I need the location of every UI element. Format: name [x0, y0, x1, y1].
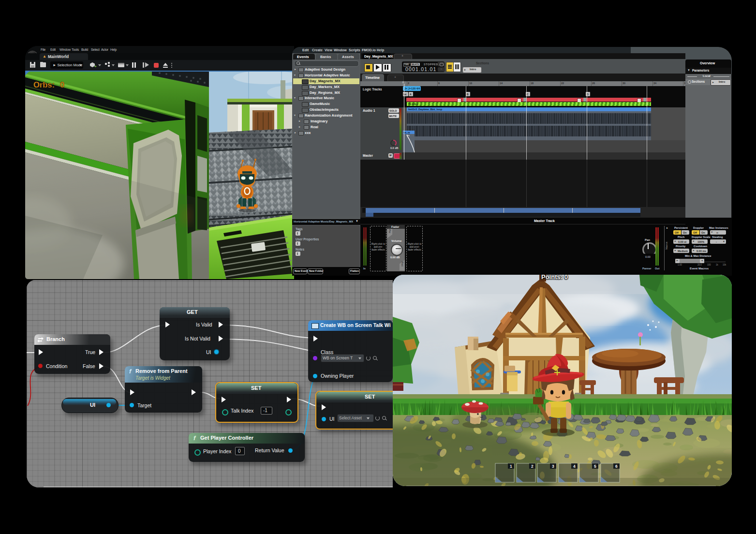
svg-text:Orbs:: Orbs: — [33, 80, 55, 89]
svg-text:4: 4 — [573, 464, 576, 469]
svg-text:0: 0 — [60, 80, 64, 89]
svg-text:5: 5 — [594, 464, 596, 469]
svg-text:6: 6 — [615, 464, 618, 469]
svg-text:1: 1 — [510, 464, 512, 469]
svg-text:2: 2 — [531, 464, 534, 469]
svg-text:3: 3 — [552, 464, 554, 469]
